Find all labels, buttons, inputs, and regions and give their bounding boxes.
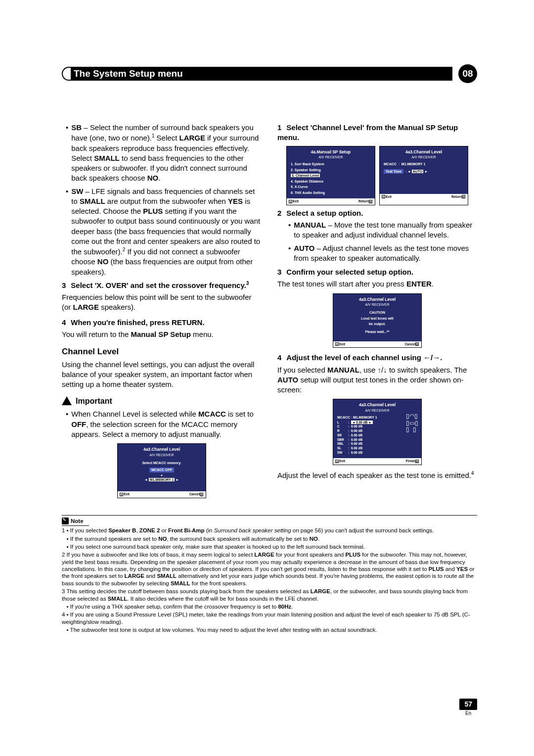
step-3-xover: 3Select 'X. OVER' and set the crossover …	[62, 280, 262, 290]
bullet-sb: • SB – Select the number of surround bac…	[62, 123, 262, 184]
right-column: 1Select 'Channel Level' from the Manual …	[277, 123, 477, 503]
bullet-manual: •MANUAL – Move the test tone manually fr…	[284, 220, 477, 240]
page-number: 57 En	[459, 699, 477, 716]
step-4-body: You will return to the Manual SP Setup m…	[62, 330, 262, 339]
osd-channel-level-opts: 4a3.Channel Level A/V RECEIVER MCACC : M…	[379, 146, 468, 205]
step-r2: 2Select a setup option.	[277, 208, 477, 218]
step-4-return: 4When you're finished, press RETURN.	[62, 318, 262, 328]
left-column: • SB – Select the number of surround bac…	[62, 123, 262, 503]
warning-icon	[62, 396, 72, 405]
step-3-body: Frequencies below this point will be sen…	[62, 292, 262, 313]
osd-manual-sp-setup: 4a.Manual SP Setup A/V RECEIVER 1. Surr …	[286, 146, 375, 205]
step-r4: 4Adjust the level of each channel using …	[277, 353, 477, 363]
speaker-layout-icon: ▯◠▯▯▭▯▯ ▯	[406, 413, 418, 433]
step-r4-body: If you selected MANUAL, use ↑/↓ to switc…	[277, 365, 477, 395]
step-r3: 3Confirm your selected setup option.	[277, 267, 477, 277]
channel-level-body: Using the channel level settings, you ca…	[62, 360, 262, 390]
chapter-number: 08	[458, 64, 477, 83]
chapter-header: The System Setup menu 08	[62, 64, 477, 83]
osd-channel-table: 4a3.Channel Level A/V RECEIVER MCACC : M…	[333, 399, 422, 465]
chapter-title: The System Setup menu	[71, 67, 452, 81]
step-r1: 1Select 'Channel Level' from the Manual …	[277, 123, 477, 143]
step-r3-body: The test tones will start after you pres…	[277, 279, 477, 289]
important-label: Important	[62, 396, 262, 407]
bullet-auto: •AUTO – Adjust channel levels as the tes…	[284, 243, 477, 264]
note-icon	[62, 518, 69, 524]
bullet-sw: • SW – LFE signals and bass frequencies …	[62, 187, 262, 277]
osd-caution: 4a3.Channel Level A/V RECEIVER CAUTION L…	[333, 293, 422, 348]
tail-text: Adjust the level of each speaker as the …	[277, 470, 477, 480]
notes-section: Note 1 • If you selected Speaker B, ZONE…	[62, 518, 477, 634]
heading-channel-level: Channel Level	[62, 346, 262, 358]
osd-select-mcacc: 4a3.Channel Level A/V RECEIVER Select MC…	[117, 443, 206, 498]
important-body: • When Channel Level is selected while M…	[62, 409, 262, 439]
